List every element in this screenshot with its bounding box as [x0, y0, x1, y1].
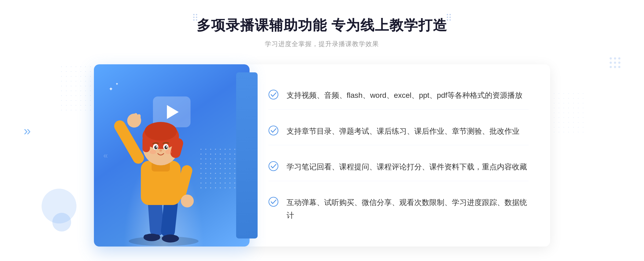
feature-item-1: 支持视频、音频、flash、word、excel、ppt、pdf等各种格式的资源… [268, 81, 529, 110]
svg-point-23 [154, 146, 158, 149]
svg-point-27 [166, 146, 167, 148]
svg-point-34 [269, 197, 278, 206]
feature-text-4: 互动弹幕、试听购买、微信分享、观看次数限制、学习进度跟踪、数据统计 [287, 196, 529, 222]
sparkle-icon-1: ✦ [109, 86, 113, 92]
svg-point-28 [159, 150, 162, 152]
svg-rect-4 [144, 234, 160, 240]
feature-item-4: 互动弹幕、试听购买、微信分享、观看次数限制、学习进度跟踪、数据统计 [268, 189, 529, 229]
svg-point-15 [181, 195, 194, 207]
features-panel: 支持视频、音频、flash、word、excel、ppt、pdf等各种格式的资源… [247, 64, 550, 247]
page-subtitle: 学习进度全掌握，提升录播课教学效果 [197, 40, 447, 48]
feature-item-3: 学习笔记回看、课程提问、课程评论打分、课件资料下载，重点内容收藏 [268, 153, 529, 181]
illustration-card: ✦ ✦ « [94, 64, 250, 247]
illustration-side-panel [236, 72, 258, 238]
header-section: 多项录播课辅助功能 专为线上教学打造 学习进度全掌握，提升录播课教学效果 [197, 16, 447, 48]
character-illustration [99, 96, 233, 247]
check-icon-1 [268, 90, 279, 100]
svg-rect-11 [131, 114, 134, 122]
chevron-left-icon: » [24, 123, 28, 138]
deco-circle-small [52, 213, 71, 232]
svg-rect-12 [134, 113, 137, 122]
svg-rect-13 [137, 114, 141, 122]
check-icon-4 [268, 197, 279, 207]
feature-text-3: 学习笔记回看、课程提问、课程评论打分、课件资料下载，重点内容收藏 [287, 161, 527, 173]
svg-point-26 [164, 146, 168, 149]
svg-point-24 [156, 146, 157, 148]
svg-point-30 [165, 150, 172, 154]
page-container: » 多项录播课辅助功能 专为线上教学打造 学习进度全掌握，提升录播课教学效果 [0, 0, 644, 261]
page-title: 多项录播课辅助功能 专为线上教学打造 [197, 16, 447, 35]
svg-point-33 [269, 162, 278, 171]
chevron-right-icon [610, 57, 620, 68]
svg-rect-19 [142, 136, 150, 152]
feature-text-1: 支持视频、音频、flash、word、excel、ppt、pdf等各种格式的资源… [287, 89, 522, 102]
feature-item-2: 支持章节目录、弹题考试、课后练习、课后作业、章节测验、批改作业 [268, 117, 529, 146]
svg-point-29 [150, 150, 156, 154]
sparkle-icon-2: ✦ [115, 82, 119, 86]
feature-text-2: 支持章节目录、弹题考试、课后练习、课后作业、章节测验、批改作业 [287, 125, 519, 138]
check-icon-2 [268, 125, 279, 136]
check-icon-3 [268, 161, 279, 171]
content-area: ✦ ✦ « [94, 64, 550, 247]
svg-point-21 [145, 122, 177, 141]
svg-rect-9 [112, 118, 146, 166]
deco-dots-right [447, 14, 451, 21]
svg-point-32 [269, 126, 278, 135]
svg-rect-6 [162, 236, 178, 241]
svg-point-31 [269, 90, 278, 99]
